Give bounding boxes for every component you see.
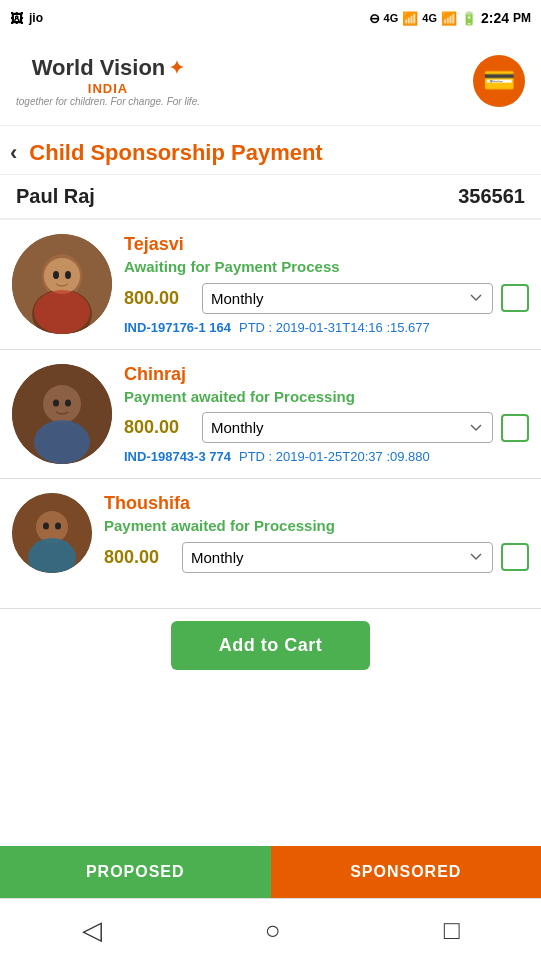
child-info-tejasvi: Tejasvi Awaiting for Payment Process 800… — [124, 234, 529, 335]
page-title: Child Sponsorship Payment — [29, 140, 525, 166]
tab-proposed[interactable]: PROPOSED — [0, 846, 271, 898]
page-header: ‹ Child Sponsorship Payment — [0, 126, 541, 175]
child-name-tejasvi: Tejasvi — [124, 234, 529, 255]
bottom-tabs: PROPOSED SPONSORED — [0, 846, 541, 898]
child-ptd-chinraj: PTD : 2019-01-25T20:37 :09.880 — [239, 449, 430, 464]
child-status-thoushifa: Payment awaited for Processing — [104, 516, 529, 536]
user-name: Paul Raj — [16, 185, 95, 208]
signal-4g2-icon: 4G — [422, 12, 437, 24]
child-id-row-chinraj: IND-198743-3 774 PTD : 2019-01-25T20:37 … — [124, 449, 529, 464]
svg-point-5 — [65, 271, 71, 279]
svg-point-3 — [44, 258, 80, 294]
child-checkbox-tejasvi[interactable] — [501, 284, 529, 312]
battery-icon: 🔋 — [461, 11, 477, 26]
svg-point-8 — [43, 385, 81, 423]
time-display: 2:24 — [481, 10, 509, 26]
svg-point-4 — [53, 271, 59, 279]
child-amount-chinraj: 800.00 — [124, 417, 194, 438]
svg-point-15 — [43, 523, 49, 530]
wallet-button[interactable]: 💳 — [473, 55, 525, 107]
child-info-thoushifa: Thoushifa Payment awaited for Processing… — [104, 493, 529, 579]
avatar-thoushifa — [12, 493, 92, 573]
frequency-select-thoushifa[interactable]: Monthly Yearly One-time — [182, 542, 493, 573]
child-status-chinraj: Payment awaited for Processing — [124, 387, 529, 407]
logo-star-icon: ✦ — [169, 57, 184, 79]
logo-area: World Vision ✦ INDIA together for childr… — [16, 55, 200, 107]
svg-point-11 — [65, 399, 71, 406]
ampm-display: PM — [513, 11, 531, 25]
signal-block-icon: ⊖ — [369, 11, 380, 26]
nav-home-icon[interactable]: ○ — [265, 915, 281, 946]
child-amount-row-chinraj: 800.00 Monthly Yearly One-time — [124, 412, 529, 443]
child-checkbox-thoushifa[interactable] — [501, 543, 529, 571]
child-id-row-tejasvi: IND-197176-1 164 PTD : 2019-01-31T14:16 … — [124, 320, 529, 335]
logo-title: World Vision ✦ — [32, 55, 185, 81]
svg-point-10 — [53, 399, 59, 406]
signal-4g-icon: 4G — [384, 12, 399, 24]
user-id: 356561 — [458, 185, 525, 208]
frequency-select-chinraj[interactable]: Monthly Yearly One-time — [202, 412, 493, 443]
child-amount-tejasvi: 800.00 — [124, 288, 194, 309]
nav-back-icon[interactable]: ◁ — [82, 915, 102, 946]
add-to-cart-button[interactable]: Add to Cart — [171, 621, 371, 670]
child-amount-row-tejasvi: 800.00 Monthly Yearly One-time — [124, 283, 529, 314]
status-left: 🖼 jio — [10, 11, 43, 26]
child-checkbox-chinraj[interactable] — [501, 414, 529, 442]
child-amount-row-thoushifa: 800.00 Monthly Yearly One-time — [104, 542, 529, 573]
child-amount-thoushifa: 800.00 — [104, 547, 174, 568]
child-ptd-tejasvi: PTD : 2019-01-31T14:16 :15.677 — [239, 320, 430, 335]
child-card-tejasvi: Tejasvi Awaiting for Payment Process 800… — [0, 220, 541, 350]
app-header: World Vision ✦ INDIA together for childr… — [0, 36, 541, 126]
avatar-tejasvi — [12, 234, 112, 334]
child-name-thoushifa: Thoushifa — [104, 493, 529, 514]
child-info-chinraj: Chinraj Payment awaited for Processing 8… — [124, 364, 529, 465]
child-id-chinraj: IND-198743-3 774 — [124, 449, 231, 464]
logo-tagline: together for children. For change. For l… — [16, 96, 200, 107]
gallery-icon: 🖼 — [10, 11, 23, 26]
svg-point-9 — [34, 420, 90, 464]
frequency-select-tejasvi[interactable]: Monthly Yearly One-time — [202, 283, 493, 314]
user-info: Paul Raj 356561 — [0, 175, 541, 220]
child-id-tejasvi: IND-197176-1 164 — [124, 320, 231, 335]
child-card-chinraj: Chinraj Payment awaited for Processing 8… — [0, 350, 541, 480]
logo-subtitle: INDIA — [88, 81, 128, 96]
add-to-cart-area: Add to Cart — [0, 609, 541, 682]
child-card-thoushifa: Thoushifa Payment awaited for Processing… — [0, 479, 541, 609]
nav-recent-icon[interactable]: □ — [444, 915, 460, 946]
svg-point-6 — [34, 290, 90, 334]
signal-bars2-icon: 📶 — [441, 11, 457, 26]
signal-bars-icon: 📶 — [402, 11, 418, 26]
wallet-icon: 💳 — [483, 65, 515, 96]
child-name-chinraj: Chinraj — [124, 364, 529, 385]
avatar-chinraj — [12, 364, 112, 464]
back-button[interactable]: ‹ — [10, 140, 17, 166]
logo-text: World Vision — [32, 55, 166, 81]
svg-point-16 — [55, 523, 61, 530]
carrier-label: jio — [29, 11, 43, 25]
nav-bar: ◁ ○ □ — [0, 898, 541, 962]
tab-sponsored[interactable]: SPONSORED — [271, 846, 542, 898]
status-right: ⊖ 4G 📶 4G 📶 🔋 2:24 PM — [369, 10, 531, 26]
status-bar: 🖼 jio ⊖ 4G 📶 4G 📶 🔋 2:24 PM — [0, 0, 541, 36]
child-status-tejasvi: Awaiting for Payment Process — [124, 257, 529, 277]
